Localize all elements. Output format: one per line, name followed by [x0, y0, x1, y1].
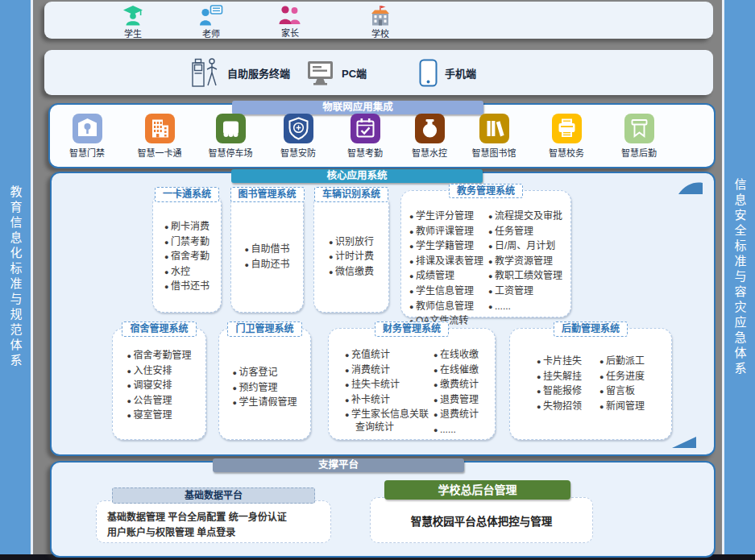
left-standards-text: 教育信息化标准与规范体系	[7, 185, 24, 369]
desktop-icon	[306, 60, 334, 85]
library-icon	[479, 114, 509, 143]
support-platform-panel: 支撑平台 基础数据平台 基础数据管理 平台全局配置 统一身份认证 用户账户与权限…	[50, 461, 716, 558]
onecard-icon	[145, 114, 175, 143]
feature-item: 教学资源管理	[488, 255, 562, 268]
iot-item-water: 智慧水控	[397, 114, 462, 159]
terminal-pc: PC端	[306, 50, 367, 95]
school-admin-card: 智慧校园平台总体把控与管理	[370, 497, 593, 543]
system-title: 财务管理系统	[375, 321, 449, 337]
feature-item: ......	[488, 301, 562, 313]
kiosk-icon	[191, 57, 220, 88]
feature-item: 消费统计	[345, 364, 429, 377]
core-systems-panel: 核心应用系统 一卡通系统 刷卡消费 门禁考勤 宿舍考勤 水控 借书还书 图书管理…	[50, 172, 716, 456]
iot-item-security: 智慧安防	[266, 114, 330, 159]
access-icon	[73, 114, 102, 143]
feature-item: 水控	[164, 266, 209, 279]
system-box-finance: 财务管理系统 充值统计 消费统计 挂失卡统计 补卡统计 学生家长信息关联查询统计…	[328, 328, 496, 440]
user-label: 家长	[281, 26, 299, 39]
iot-label: 智慧图书馆	[472, 146, 516, 159]
user-label: 老师	[202, 27, 220, 39]
feature-item: 任务管理	[488, 226, 562, 239]
feature-item: 学生请假管理	[233, 396, 297, 409]
feature-list: 宿舍考勤管理 入住安排 调寝安排 公告管理 寝室管理	[127, 347, 192, 425]
system-title: 一卡通系统	[155, 187, 219, 202]
iot-item-access: 智慧门禁	[55, 114, 119, 159]
feature-list: 后勤派工 任务进度 留言板 新闻管理	[599, 353, 645, 415]
feature-list: 卡片挂失 挂失解挂 智能报修 失物招领	[537, 353, 582, 415]
feature-item: 教职工绩效管理	[488, 270, 562, 283]
feature-item: 学生家长信息关联查询统计	[345, 409, 429, 433]
base-platform-line: 基础数据管理 平台全局配置 统一身份认证	[107, 510, 320, 525]
feature-item: 宿舍考勤	[164, 251, 209, 263]
feature-item: 教师评课管理	[409, 226, 483, 239]
base-platform-line: 用户账户与权限管理 单点登录	[107, 525, 320, 541]
system-box-vehicle: 车辆识别系统 识别放行 计时计费 微信缴费	[313, 193, 389, 313]
terminals-panel: 自助服务终端 PC端 手机端	[44, 50, 713, 95]
iot-item-attendance: 智慧考勤	[333, 114, 397, 159]
feature-item: 公告管理	[127, 395, 192, 408]
feature-item: 新闻管理	[599, 400, 645, 413]
feature-item: 计时计费	[329, 251, 374, 263]
feature-item: 后勤派工	[599, 355, 645, 368]
feature-item: 自助借书	[245, 243, 290, 256]
base-data-platform-card: 基础数据管理 平台全局配置 统一身份认证 用户账户与权限管理 单点登录	[96, 500, 331, 543]
feature-item: 在线收缴	[434, 349, 479, 362]
feature-item: 宿舍考勤管理	[127, 350, 192, 363]
school-admin-content: 智慧校园平台总体把控与管理	[411, 512, 553, 529]
feature-item: 挂失卡统计	[345, 379, 429, 392]
feature-item: 刷卡消费	[164, 221, 209, 234]
system-box-gatekeeper: 门卫管理系统 访客登记 预约管理 学生请假管理	[218, 328, 311, 440]
terminal-mobile: 手机端	[419, 50, 476, 95]
feature-item: 流程提交及审批	[488, 210, 562, 223]
terminal-label: 手机端	[445, 65, 476, 81]
feature-item: 学生评分管理	[409, 210, 483, 223]
system-box-onecard: 一卡通系统 刷卡消费 门禁考勤 宿舍考勤 水控 借书还书	[152, 193, 222, 313]
feature-list: 学生评分管理 教师评课管理 学生学籍管理 排课及课表管理 成绩管理 学生信息管理…	[409, 208, 483, 330]
system-box-logistics: 后勤管理系统 卡片挂失 挂失解挂 智能报修 失物招领 后勤派工 任务进度 留言板…	[509, 328, 672, 440]
iot-item-office: 智慧校务	[534, 114, 599, 159]
system-title: 教务管理系统	[449, 184, 523, 198]
feature-item: 工资管理	[488, 285, 562, 298]
feature-item: 预约管理	[233, 382, 297, 395]
feature-item: 调寝安排	[127, 380, 192, 392]
iot-label: 智慧安防	[280, 146, 316, 159]
system-title: 图书管理系统	[230, 187, 305, 202]
feature-item: 寝室管理	[127, 409, 192, 422]
attendance-icon	[351, 114, 380, 143]
office-icon	[552, 114, 582, 143]
feature-item: 智能报修	[537, 385, 582, 398]
student-icon	[122, 5, 143, 26]
feature-item: 教师信息管理	[409, 301, 483, 313]
iot-label: 智慧校务	[549, 146, 584, 159]
iot-item-onecard: 智慧一卡通	[127, 114, 192, 159]
core-banner: 核心应用系统	[231, 169, 483, 183]
feature-item: 微信缴费	[329, 266, 374, 279]
feature-list: 刷卡消费 门禁考勤 宿舍考勤 水控 借书还书	[164, 218, 209, 296]
iot-item-library: 智慧图书馆	[462, 114, 526, 159]
iot-integration-panel: 物联网应用集成 智慧门禁	[48, 103, 716, 168]
feature-item: 访客登记	[233, 367, 297, 380]
feature-list: 流程提交及审批 任务管理 日/周、月计划 教学资源管理 教职工绩效管理 工资管理…	[488, 208, 562, 330]
feature-item: 补卡统计	[345, 394, 429, 407]
feature-item: ......	[434, 424, 479, 437]
user-group-school: 学校	[355, 5, 406, 39]
system-box-library: 图书管理系统 自助借书 自助还书	[230, 193, 304, 313]
left-standards-bar: 教育信息化标准与规范体系	[0, 0, 33, 554]
user-label: 学校	[371, 27, 389, 39]
right-security-text: 信息安全标准与容灾应急体系	[732, 178, 749, 377]
feature-item: 失物招领	[537, 400, 582, 413]
feature-item: 门禁考勤	[164, 236, 209, 249]
feature-list: 在线收缴 在线催缴 缴费统计 退费管理 退费统计 ......	[434, 346, 479, 439]
terminal-kiosk: 自助服务终端	[191, 50, 290, 95]
decorative-swoosh	[672, 437, 696, 448]
system-title: 门卫管理系统	[227, 321, 301, 337]
feature-item: 日/周、月计划	[488, 240, 562, 253]
phone-icon	[419, 59, 438, 87]
users-panel: 学生 老师 家长	[44, 2, 713, 39]
user-group-teacher: 老师	[185, 5, 237, 39]
iot-label: 智慧水控	[412, 146, 447, 159]
parking-icon	[216, 114, 246, 143]
feature-item: 排课及课表管理	[409, 255, 483, 268]
feature-item: 入住安排	[127, 365, 192, 378]
user-label: 学生	[124, 27, 142, 39]
